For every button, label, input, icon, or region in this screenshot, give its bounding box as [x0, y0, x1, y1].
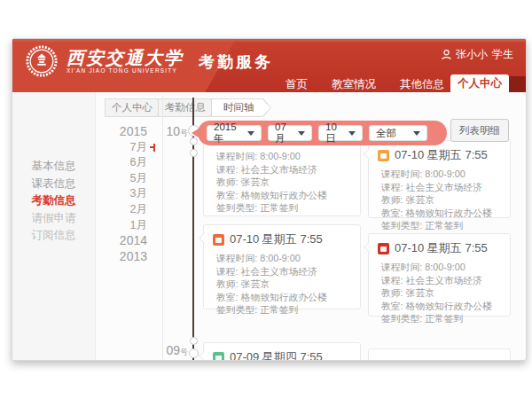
- breadcrumb-attendance-info[interactable]: 考勤信息: [158, 98, 218, 117]
- timeline-node: [190, 137, 198, 145]
- nav-item-other-info[interactable]: 其他信息: [400, 77, 444, 92]
- status-icon: [213, 234, 224, 246]
- timeline-month-7-active[interactable]: 7月: [105, 140, 147, 156]
- main-nav: 首页 教室情况 其他信息: [286, 76, 444, 92]
- university-seal-icon: [25, 44, 59, 78]
- caret-down-icon: [298, 131, 305, 136]
- status-icon: [378, 243, 389, 254]
- timeline-day-label-10: 10号: [153, 124, 188, 139]
- type-dropdown[interactable]: 全部: [369, 125, 427, 141]
- timeline-node: [189, 348, 199, 358]
- user-name: 张小小: [456, 47, 488, 62]
- list-detail-button[interactable]: 列表明细: [450, 119, 509, 142]
- card-title-text: 07-10 星期五 7:55: [395, 240, 488, 256]
- timeline-month-5[interactable]: 5月: [105, 171, 147, 187]
- user-role: 学生: [492, 47, 513, 62]
- breadcrumb-timeline[interactable]: 时间轴: [211, 98, 271, 117]
- day-dropdown[interactable]: 10日: [318, 125, 363, 141]
- caret-down-icon: [348, 131, 356, 136]
- timeline-node: [190, 149, 198, 157]
- timeline-month-3[interactable]: 3月: [105, 186, 147, 202]
- sidebar: 基本信息 课表信息 考勤信息 请假申请 订阅信息: [12, 92, 96, 360]
- timeline-year-2015[interactable]: 2015: [105, 124, 147, 140]
- app-header: 西安交通大学 XI'AN JIAO TONG UNIVERSITY 考勤服务 张…: [12, 39, 526, 92]
- breadcrumb-personal-center[interactable]: 个人中心: [105, 98, 165, 117]
- timeline-node: [190, 337, 198, 345]
- timeline-month-2[interactable]: 2月: [105, 202, 147, 218]
- user-icon: [442, 50, 451, 60]
- status-icon: [378, 150, 389, 161]
- attendance-card-right-row1: 07-10 星期五 7:55 课程时间: 8:00-9:00 课程: 社会主义市…: [368, 140, 511, 218]
- nav-right-decoration: [509, 76, 526, 92]
- header-top-stripe: [12, 39, 526, 42]
- timeline-year-month-nav: 2015 7月 6月 5月 3月 2月 1月 2014 2013: [105, 124, 147, 264]
- current-month-marker: [153, 144, 155, 152]
- card-title-text: 07-09 星期四 7:55: [230, 349, 323, 361]
- nav-item-classrooms[interactable]: 教室情况: [332, 77, 376, 92]
- sidebar-item-subscription-info[interactable]: 订阅信息: [12, 228, 95, 243]
- timeline-year-2013[interactable]: 2013: [105, 249, 147, 265]
- user-info[interactable]: 张小小 学生: [442, 47, 513, 62]
- attendance-card-left-row2: 07-10 星期五 7:55 课程时间: 8:00-9:00 课程: 社会主义市…: [203, 224, 361, 309]
- status-icon: [213, 352, 224, 362]
- caret-down-icon: [247, 131, 254, 136]
- nav-item-home[interactable]: 首页: [286, 77, 308, 92]
- timeline-day-label-09: 09号: [153, 343, 188, 358]
- filter-bar-pointer: [192, 129, 199, 137]
- attendance-card-right-row3: [368, 348, 511, 361]
- nav-item-personal-center-active[interactable]: 个人中心: [450, 74, 509, 92]
- timeline-year-2014[interactable]: 2014: [105, 233, 147, 249]
- timeline-month-1[interactable]: 1月: [105, 218, 147, 234]
- card-title-text: 07-10 星期五 7:55: [230, 231, 323, 247]
- attendance-card-left-row3: 07-09 星期四 7:55: [203, 342, 361, 361]
- university-name: 西安交通大学 XI'AN JIAO TONG UNIVERSITY: [66, 48, 184, 74]
- sidebar-item-leave-application[interactable]: 请假申请: [12, 211, 95, 226]
- month-dropdown[interactable]: 07月: [268, 125, 312, 141]
- university-name-zh: 西安交通大学: [66, 48, 184, 67]
- timeline-month-6[interactable]: 6月: [105, 155, 147, 171]
- card-title-text: 07-10 星期五 7:55: [395, 147, 488, 163]
- app-window: 西安交通大学 XI'AN JIAO TONG UNIVERSITY 考勤服务 张…: [12, 38, 527, 361]
- service-title: 考勤服务: [199, 50, 273, 73]
- year-dropdown[interactable]: 2015年: [207, 125, 262, 141]
- caret-down-icon: [413, 131, 420, 136]
- brand-logo-block: 西安交通大学 XI'AN JIAO TONG UNIVERSITY 考勤服务: [25, 44, 273, 78]
- attendance-card-right-row2: 07-10 星期五 7:55 课程时间: 8:00-9:00 课程: 社会主义市…: [368, 233, 511, 317]
- sidebar-item-attendance-info[interactable]: 考勤信息: [12, 193, 95, 208]
- sidebar-item-basic-info[interactable]: 基本信息: [12, 159, 95, 174]
- filter-bar: 2015年 07月 10日 全部: [198, 121, 447, 145]
- breadcrumb: 个人中心 考勤信息 时间轴: [105, 98, 264, 117]
- sidebar-item-timetable-info[interactable]: 课表信息: [12, 176, 95, 192]
- screenshot-canvas: 西安交通大学 XI'AN JIAO TONG UNIVERSITY 考勤服务 张…: [0, 0, 532, 399]
- university-name-en: XI'AN JIAO TONG UNIVERSITY: [66, 67, 184, 74]
